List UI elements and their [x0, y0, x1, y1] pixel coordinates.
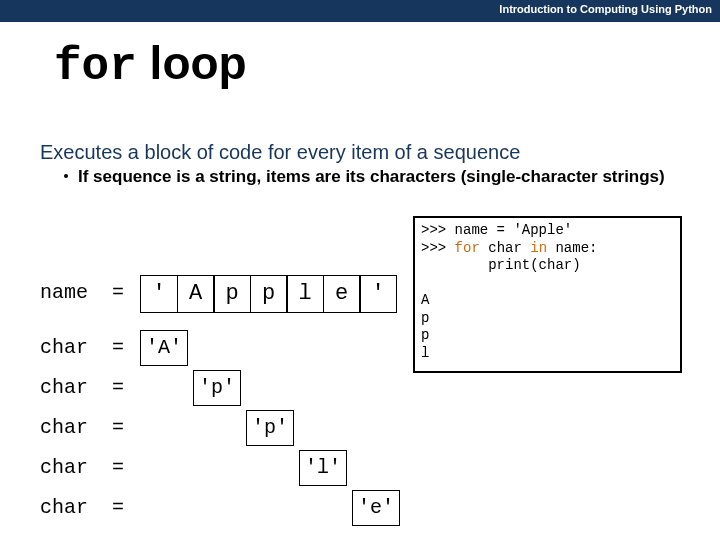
char-value-cell: 'l' — [299, 450, 347, 486]
equals-sign: = — [112, 376, 124, 399]
title-code: for — [54, 41, 137, 93]
string-cell: p — [250, 275, 288, 313]
bullet-text: If sequence is a string, items are its c… — [78, 167, 665, 186]
var-label-char: char — [40, 336, 88, 359]
string-cell: ' — [359, 275, 397, 313]
char-row: char = 'e' — [40, 490, 720, 530]
char-value-cell: 'p' — [193, 370, 241, 406]
char-value-cell: 'e' — [352, 490, 400, 526]
char-row: char = 'l' — [40, 450, 720, 490]
title-rest: loop — [137, 37, 247, 89]
string-cell: p — [213, 275, 251, 313]
var-label-char: char — [40, 456, 88, 479]
bullet-item: If sequence is a string, items are its c… — [78, 167, 665, 187]
description: Executes a block of code for every item … — [40, 141, 520, 164]
top-bar: Introduction to Computing Using Python — [0, 0, 720, 22]
char-value-cell: 'A' — [140, 330, 188, 366]
slide-title: for loop — [54, 36, 247, 93]
string-cell: ' — [140, 275, 178, 313]
code-line-2c: char — [480, 240, 530, 256]
equals-sign: = — [112, 496, 124, 519]
string-cell: e — [323, 275, 361, 313]
keyword-in: in — [530, 240, 547, 256]
equals-sign: = — [112, 416, 124, 439]
var-label-char: char — [40, 416, 88, 439]
string-cell: l — [286, 275, 324, 313]
char-row: char = 'A' — [40, 330, 720, 370]
equals-sign: = — [112, 456, 124, 479]
char-row: char = 'p' — [40, 370, 720, 410]
var-label-char: char — [40, 496, 88, 519]
var-label-name: name — [40, 281, 88, 304]
code-line-3: print(char) — [421, 257, 581, 273]
char-row: char = 'p' — [40, 410, 720, 450]
char-value-cell: 'p' — [246, 410, 294, 446]
string-cells: 'Apple' — [140, 275, 397, 313]
equals-sign: = — [112, 336, 124, 359]
slide: Introduction to Computing Using Python f… — [0, 0, 720, 540]
code-line-1: >>> name = 'Apple' — [421, 222, 572, 238]
bullet-dot-icon — [64, 174, 68, 178]
book-title: Introduction to Computing Using Python — [499, 3, 712, 15]
name-row: name = 'Apple' — [40, 275, 720, 315]
code-line-2a: >>> — [421, 240, 455, 256]
string-cell: A — [177, 275, 215, 313]
var-label-char: char — [40, 376, 88, 399]
keyword-for: for — [455, 240, 480, 256]
code-line-2e: name: — [547, 240, 597, 256]
equals-sign: = — [112, 281, 124, 304]
